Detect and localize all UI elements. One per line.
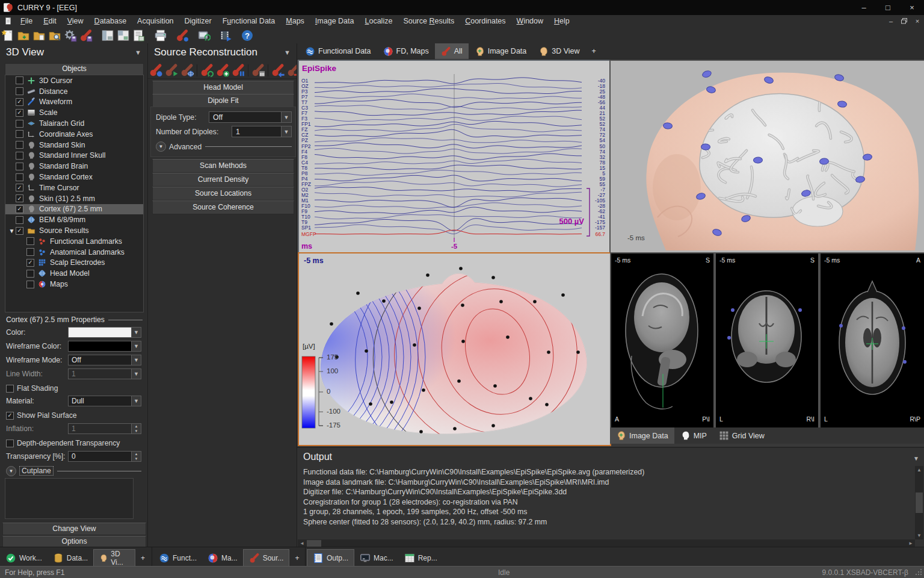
checkbox[interactable] <box>6 440 14 447</box>
tree-item-standard-skin[interactable]: Standard Skin <box>5 140 143 151</box>
menu-window[interactable]: Window <box>511 16 549 26</box>
tab-image-data[interactable]: Image Data <box>610 427 674 444</box>
chevron-down-icon[interactable]: ▼ <box>132 341 141 352</box>
spinner-buttons[interactable]: ▲▼ <box>132 451 141 462</box>
tab-sour-[interactable]: Sour... <box>243 549 290 567</box>
dipole-fit-section-button[interactable]: Dipole Fit <box>152 94 294 108</box>
tab-+[interactable]: + <box>289 549 304 567</box>
advanced-collapse-button[interactable]: ▼ <box>156 141 166 152</box>
tree-item-scale[interactable]: ✓Scale <box>5 107 143 118</box>
media-refresh-icon[interactable] <box>197 29 211 42</box>
visibility-checkbox[interactable]: ✓ <box>16 194 23 202</box>
dipole-add-icon[interactable] <box>215 63 230 77</box>
menu-help[interactable]: Help <box>549 16 575 26</box>
spin-value[interactable]: 0 <box>68 451 132 462</box>
tab-image-data[interactable]: Image Data <box>469 43 533 59</box>
tree-item-head-model[interactable]: Head Model <box>5 268 143 279</box>
tab-all[interactable]: All <box>435 43 469 59</box>
visibility-checkbox[interactable] <box>16 76 23 84</box>
topographic-map-view[interactable]: -5 ms[µV]1751000-100-175 <box>298 252 611 446</box>
options-button[interactable]: Options <box>2 536 146 547</box>
tab-+[interactable]: + <box>586 43 602 59</box>
tree-item-standard-inner-skull[interactable]: Standard Inner Skull <box>5 151 143 161</box>
visibility-checkbox[interactable] <box>26 248 34 256</box>
brush-save-icon[interactable] <box>79 29 93 42</box>
menu-localize[interactable]: Localize <box>360 16 398 26</box>
select-value[interactable]: Off <box>68 355 132 365</box>
visibility-checkbox[interactable]: ✓ <box>16 205 23 213</box>
dipole-back-icon[interactable] <box>271 63 285 77</box>
open-folder-icon[interactable] <box>17 29 30 42</box>
visibility-checkbox[interactable] <box>26 281 34 288</box>
print-icon[interactable] <box>154 29 167 42</box>
scrollbar-thumb[interactable] <box>307 540 321 547</box>
menu-functional-data[interactable]: Functional Data <box>217 16 281 26</box>
mdi-minimize-button[interactable]: – <box>884 15 898 27</box>
source-coherence-section-button[interactable]: Source Coherence <box>152 200 294 214</box>
new-file-icon[interactable] <box>1 29 14 42</box>
change-view-button[interactable]: Change View <box>2 523 146 535</box>
collapse-button[interactable]: ▼ <box>6 466 16 476</box>
menu-view[interactable]: View <box>62 16 89 26</box>
dipole-fwd-icon[interactable] <box>286 63 297 77</box>
checkbox[interactable] <box>6 385 14 393</box>
mdi-close-button[interactable]: × <box>911 15 924 27</box>
dipole-globe-icon[interactable] <box>180 63 194 77</box>
visibility-checkbox[interactable] <box>16 152 23 160</box>
spinner-buttons[interactable]: ▲▼ <box>132 423 141 434</box>
tab-mac-[interactable]: Mac... <box>354 549 399 567</box>
chevron-down-icon[interactable]: ▼ <box>132 396 141 406</box>
source-locations-section-button[interactable]: Source Locations <box>152 187 294 200</box>
folder-search-icon[interactable] <box>48 29 61 42</box>
head-model-section-button[interactable]: Head Model <box>152 81 294 95</box>
chevron-down-icon[interactable]: ▼ <box>132 355 141 365</box>
visibility-checkbox[interactable] <box>16 141 23 149</box>
visibility-checkbox[interactable] <box>16 120 23 128</box>
dipole-calc-icon[interactable] <box>251 63 265 77</box>
visibility-checkbox[interactable] <box>16 216 23 224</box>
visibility-checkbox[interactable] <box>16 130 23 138</box>
tree-item-standard-cortex[interactable]: Standard Cortex <box>5 172 143 182</box>
visibility-checkbox[interactable] <box>16 87 23 95</box>
help-icon[interactable]: ? <box>241 29 254 42</box>
tab-rep-[interactable]: Rep... <box>399 549 443 567</box>
panel-selector-chevron-icon[interactable]: ▼ <box>284 49 291 56</box>
color-swatch[interactable] <box>68 341 132 352</box>
scroll-down-icon[interactable]: ▼ <box>915 532 923 539</box>
visibility-checkbox[interactable]: ✓ <box>16 184 23 191</box>
tree-item-coordinate-axes[interactable]: Coordinate Axes <box>5 129 143 140</box>
tree-item-maps[interactable]: Maps <box>5 279 143 290</box>
chevron-down-icon[interactable]: ▼ <box>132 368 141 379</box>
checkbox[interactable]: ✓ <box>6 412 14 420</box>
visibility-checkbox[interactable] <box>16 163 23 170</box>
menu-digitizer[interactable]: Digitizer <box>179 16 217 26</box>
menu-image-data[interactable]: Image Data <box>310 16 360 26</box>
tree-item-skin-31-2-5-mm[interactable]: ✓Skin (31) 2.5 mm <box>5 193 143 204</box>
maximize-button[interactable]: □ <box>876 0 900 15</box>
layout-left-icon[interactable] <box>101 29 114 42</box>
tree-item-waveform[interactable]: ✓Waveform <box>5 97 143 108</box>
document-system-icon[interactable] <box>4 17 13 25</box>
visibility-checkbox[interactable] <box>26 270 34 278</box>
layout-grid-icon[interactable] <box>117 29 130 42</box>
3d-head-view[interactable]: -5 ms <box>609 60 924 254</box>
layout-report-icon[interactable] <box>132 29 146 42</box>
resize-grip[interactable] <box>916 569 923 576</box>
num-dipoles-select[interactable]: 1▼ <box>232 126 292 137</box>
tree-item-standard-brain[interactable]: Standard Brain <box>5 161 143 172</box>
expander-icon[interactable]: ▼ <box>8 228 16 234</box>
dipole-type-select[interactable]: Off▼ <box>209 111 292 123</box>
visibility-checkbox[interactable]: ✓ <box>26 259 34 267</box>
select-value[interactable]: Dull <box>68 396 132 406</box>
tab-mip[interactable]: MIP <box>674 427 713 444</box>
tree-item-distance[interactable]: Distance <box>5 86 143 97</box>
close-button[interactable]: × <box>900 0 924 15</box>
select-value[interactable]: 1 <box>68 368 132 379</box>
scan-methods-section-button[interactable]: Scan Methods <box>152 159 294 173</box>
menu-edit[interactable]: Edit <box>38 16 62 26</box>
menu-database[interactable]: Database <box>89 16 132 26</box>
spin-value[interactable]: 1 <box>68 423 132 434</box>
tab-fd-maps[interactable]: FD, Maps <box>377 43 435 59</box>
mri-coronal-view[interactable]: -5 msSLR\I <box>715 252 819 429</box>
menu-coordinates[interactable]: Coordinates <box>460 16 511 26</box>
